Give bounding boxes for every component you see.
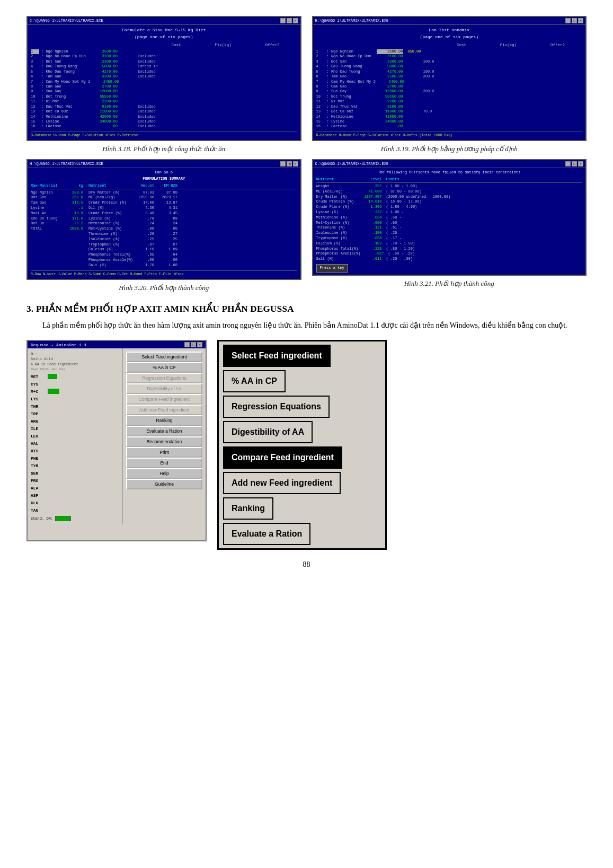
fig18-footer: D-Database H-Hand P-Page S-Solution <Esc… xyxy=(31,131,297,138)
fig18-maximize[interactable]: □ xyxy=(287,18,292,23)
right-menu-digestibility-of-aa[interactable]: Digestibility of AA xyxy=(223,421,313,443)
fig19-minimize[interactable]: _ xyxy=(565,18,571,23)
list-item: TRP xyxy=(31,410,119,417)
table-row: Phosphorus Total(%).65.64 xyxy=(31,252,297,258)
table-row: TOTAL1000.0Met+Cystine (%).00.00 xyxy=(31,226,297,232)
aminodat-percent-header: % AA in Feed ingredient xyxy=(31,363,119,366)
table-row: 3: Bot San2300.00100.0 xyxy=(316,59,583,64)
right-menu-%-aa-in-cp[interactable]: % AA in CP xyxy=(223,370,286,392)
aminodat-minimize[interactable]: _ xyxy=(184,342,190,347)
aminodat-subheader: Mean CV(%) min max xyxy=(31,367,119,371)
list-item: ARG xyxy=(31,417,119,425)
table-row: 3: Bot San2300.00Excluded xyxy=(31,59,297,64)
table-row: 10: Bot Trung55550.00 xyxy=(316,94,583,99)
aminodat-aa-header: Amino Acid xyxy=(31,357,119,361)
aminodat-title-text: Degussa - AminoDat 1.1 xyxy=(31,343,87,347)
fig21-titlebar: C:\QUANGO-1\ULTRAMIX\ULTRAMIX.EXE _ □ × xyxy=(313,160,586,168)
fig18-minimize[interactable]: _ xyxy=(280,18,286,23)
list-item: GLU xyxy=(31,499,119,506)
table-row: 14: Methionine42000.00Excluded xyxy=(31,115,297,119)
right-menu-compare-feed-ingredient[interactable]: Compare Feed ingredient xyxy=(223,446,342,469)
table-row: 16: Lactose.00 xyxy=(316,124,583,129)
fig20-minimize[interactable]: _ xyxy=(280,161,286,166)
aminodat-aa-rows: METCYSM+CLYSTHRTRPARGILELEUVALHISPHETYRS… xyxy=(31,373,119,514)
aminodat-maximize[interactable]: □ xyxy=(191,342,196,347)
list-item: TYR xyxy=(31,462,119,469)
table-row: Weight.357( 1.00 - 1.00) xyxy=(316,184,583,189)
fig18-page-info: (page one of six pages) xyxy=(31,34,297,40)
table-row: 4: Dau Tuong Rang5000.00Forced in xyxy=(31,64,297,69)
right-menu-regression-equations[interactable]: Regression Equations xyxy=(223,396,330,418)
fig18-wrapper: C:\QUANGO-1\ULTRAMIX\ULTRAMIX.EXE _ □ × … xyxy=(26,16,301,154)
table-row: Dry Matter (%)1387.857(2900.00 undefined… xyxy=(316,195,583,200)
menu-btn-recommendation[interactable]: Recommendation xyxy=(126,436,202,447)
table-row: Phosphorus Total(%).225( .50 - 1.20) xyxy=(316,247,583,252)
fig21-col-headers: Nutrient Level Limits xyxy=(316,177,583,183)
menu-btn-guideline[interactable]: Guideline xyxy=(126,479,202,489)
fig19-title-text: H:\QUANGO-1\ULTRAMIX\ULTRAMIX.EXE xyxy=(315,19,389,23)
fig19-titlebar: H:\QUANGO-1\ULTRAMIX\ULTRAMIX.EXE _ □ × xyxy=(313,17,586,25)
menu-btn-help[interactable]: Help xyxy=(126,468,202,479)
list-item: HIS xyxy=(31,447,119,454)
fig21-minimize[interactable]: _ xyxy=(565,161,571,166)
fig20-titlebar: H:\QUANGO-1\ULTRAMIX\ULTRAMIX.EXE _ -5 × xyxy=(28,160,300,168)
menu-btn-regression-equations[interactable]: Regression Equations xyxy=(126,373,202,383)
fig20-close[interactable]: × xyxy=(293,161,298,166)
table-row: Salt (%)1.701.68 xyxy=(31,263,297,268)
table-row: Met+Cystine (%).000( .50 - xyxy=(316,221,583,226)
fig20-controls: _ -5 × xyxy=(280,161,298,166)
menu-btn-ranking[interactable]: Ranking xyxy=(126,415,202,426)
menu-btn-add-new-feed-ingredient[interactable]: Add new Feed ingredient xyxy=(126,405,202,415)
aminodat-right-panel: Select Feed ingredient% AA in CPRegressi… xyxy=(123,348,206,524)
fig21-press-key: Press a key xyxy=(316,264,348,273)
fig18-close[interactable]: × xyxy=(293,18,298,23)
fig18-content: Formulate a Sinu Mac S-15 Kg Diet (page … xyxy=(28,25,300,140)
fig18-fix-header: Fix(kg) xyxy=(215,42,232,48)
table-row: 9: Sua Gay12000.00 xyxy=(31,89,297,94)
table-row: Calcium (%).102( .70 - 1.50) xyxy=(316,241,583,247)
table-row: 6: Tam Gao2500.00200.0 xyxy=(316,74,583,79)
fig19-close[interactable]: × xyxy=(578,18,583,23)
list-item: SER xyxy=(31,469,119,477)
list-item: MET xyxy=(31,373,119,380)
fig18-col-headers: Cost Fix(kg) Offer? xyxy=(31,42,297,48)
fig19-cost-header: Cost xyxy=(440,42,466,48)
fig21-title: The following nutrients have failed to s… xyxy=(316,170,583,175)
fig18-screenshot: C:\QUANGO-1\ULTRAMIX\ULTRAMIX.EXE _ □ × … xyxy=(26,16,301,141)
fig19-fix-header: Fix(kg) xyxy=(500,42,517,48)
menu-btn-evaluate-a-ration[interactable]: Evaluate a Ration xyxy=(126,426,202,436)
table-row: 13: Bot Ca 60z11000.0070.0 xyxy=(316,109,583,114)
right-menu-ranking[interactable]: Ranking xyxy=(223,497,273,520)
fig21-wrapper: C:\QUANGO-1\ULTRAMIX\ULTRAMIX.EXE _ □ × … xyxy=(312,159,587,293)
aminodat-titlebar: Degussa - AminoDat 1.1 _ □ × xyxy=(28,341,206,348)
menu-btn-compare-feed-ingredient[interactable]: Compare Feed ingredient xyxy=(126,394,202,405)
section3-body: Là phần mềm phối hợp thức ăn theo hàm lư… xyxy=(26,320,587,331)
menu-btn-%-aa-in-cp[interactable]: % AA in CP xyxy=(126,362,202,373)
table-row: Phosphorus Avable(%).00.00 xyxy=(31,258,297,263)
fig20-title-text: H:\QUANGO-1\ULTRAMIX\ULTRAMIX.EXE xyxy=(30,162,103,166)
table-row: 12: Dau Thuc Vat9100.00 xyxy=(316,104,583,109)
aminodat-footer-row: stand. DM: xyxy=(31,516,119,521)
aminodat-close[interactable]: × xyxy=(197,342,202,347)
table-row: 15: Lysine24000.00 xyxy=(316,119,583,124)
fig21-maximize[interactable]: □ xyxy=(572,161,577,166)
menu-btn-select-feed-ingredient[interactable]: Select Feed ingredient xyxy=(126,352,202,362)
right-menu-evaluate-a-ration[interactable]: Evaluate a Ration xyxy=(223,523,310,545)
fig20-content: Can So 6 FORMULATION SUMMARY Raw Materia… xyxy=(28,168,300,278)
aminodat-stand-dm-bar xyxy=(55,516,71,521)
fig19-maximize[interactable]: □ xyxy=(572,18,577,23)
fig21-close[interactable]: × xyxy=(578,161,583,166)
fig20-size[interactable]: -5 xyxy=(287,161,292,166)
fig20-h-nutrient: Nutrient xyxy=(88,183,134,189)
list-item: M+C xyxy=(31,388,119,395)
fig19-col-headers: Cost Fix(kg) Offer? xyxy=(316,42,583,48)
right-menu-select-feed-ingredient[interactable]: Select Feed ingredient xyxy=(223,345,331,367)
fig21-data-rows: Weight.357( 1.00 - 1.00)ME (Kcal/kg)71.0… xyxy=(316,184,583,262)
table-row: 1: Ngo Nghien2500.00 xyxy=(31,49,297,54)
fig19-content: Lon Thit Hondmix (page one of six pages)… xyxy=(313,25,586,140)
menu-btn-digestibility-of-aa[interactable]: Digestibility of AA xyxy=(126,383,202,394)
menu-btn-end[interactable]: End xyxy=(126,458,202,468)
right-menu-add-new-feed-ingredient[interactable]: Add new Feed ingredient xyxy=(223,472,341,494)
table-row: Lysine.1Oil (%)4.354.31 xyxy=(31,206,297,211)
menu-btn-print[interactable]: Print xyxy=(126,447,202,458)
